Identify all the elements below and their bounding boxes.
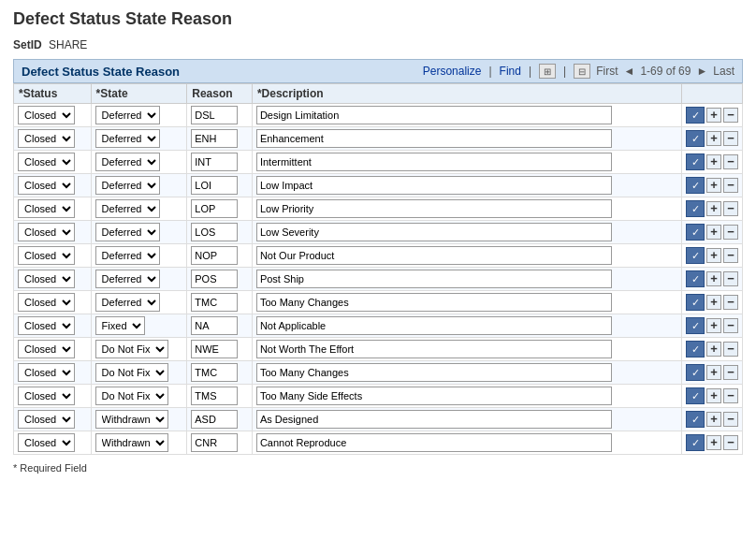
reason-input[interactable] [191, 270, 238, 288]
nav-prev-icon[interactable]: ◄ [623, 65, 634, 78]
state-select[interactable]: Deferred [95, 153, 160, 171]
remove-row-button[interactable]: − [723, 342, 738, 357]
description-input[interactable] [256, 176, 612, 195]
state-select[interactable]: Deferred [95, 199, 160, 218]
remove-row-button[interactable]: − [723, 178, 738, 193]
remove-row-button[interactable]: − [723, 412, 738, 427]
add-row-button[interactable]: + [706, 178, 721, 193]
state-select[interactable]: Deferred [95, 176, 160, 195]
view-icon[interactable]: ⊞ [539, 64, 556, 79]
nav-next-icon[interactable]: ► [696, 65, 707, 78]
status-select[interactable]: Closed [18, 106, 75, 124]
description-input[interactable] [256, 223, 612, 241]
personalize-link[interactable]: Personalize [423, 65, 482, 78]
state-select[interactable]: Deferred [95, 106, 160, 124]
remove-row-button[interactable]: − [723, 154, 738, 169]
row-check-icon[interactable]: ✓ [686, 294, 705, 311]
status-select[interactable]: Closed [18, 246, 75, 265]
description-input[interactable] [256, 410, 612, 429]
remove-row-button[interactable]: − [723, 108, 738, 123]
row-check-icon[interactable]: ✓ [686, 270, 705, 287]
description-input[interactable] [256, 433, 612, 452]
remove-row-button[interactable]: − [723, 295, 738, 310]
add-row-button[interactable]: + [706, 365, 721, 380]
status-select[interactable]: Closed [18, 176, 75, 195]
description-input[interactable] [256, 363, 612, 382]
add-row-button[interactable]: + [706, 342, 721, 357]
reason-input[interactable] [191, 433, 238, 452]
state-select[interactable]: Fixed [95, 316, 145, 335]
row-check-icon[interactable]: ✓ [686, 130, 705, 147]
row-check-icon[interactable]: ✓ [686, 107, 705, 124]
remove-row-button[interactable]: − [723, 201, 738, 216]
row-check-icon[interactable]: ✓ [686, 177, 705, 194]
reason-input[interactable] [191, 316, 238, 335]
add-row-button[interactable]: + [706, 271, 721, 286]
status-select[interactable]: Closed [18, 340, 75, 358]
row-check-icon[interactable]: ✓ [686, 341, 705, 358]
row-check-icon[interactable]: ✓ [686, 411, 705, 428]
reason-input[interactable] [191, 176, 238, 195]
add-row-button[interactable]: + [706, 318, 721, 333]
reason-input[interactable] [191, 129, 238, 148]
nav-first[interactable]: First [596, 65, 618, 78]
reason-input[interactable] [191, 387, 238, 405]
description-input[interactable] [256, 293, 612, 312]
state-select[interactable]: Deferred [95, 293, 160, 312]
add-row-button[interactable]: + [706, 388, 721, 403]
state-select[interactable]: Do Not Fix [95, 363, 168, 382]
row-check-icon[interactable]: ✓ [686, 153, 705, 170]
row-check-icon[interactable]: ✓ [686, 247, 705, 264]
reason-input[interactable] [191, 199, 238, 218]
export-icon[interactable]: ⊟ [574, 64, 590, 79]
reason-input[interactable] [191, 106, 238, 124]
status-select[interactable]: Closed [18, 363, 75, 382]
state-select[interactable]: Deferred [95, 129, 160, 148]
status-select[interactable]: Closed [18, 199, 75, 218]
state-select[interactable]: Do Not Fix [95, 340, 168, 358]
state-select[interactable]: Withdrawn [95, 433, 168, 452]
description-input[interactable] [256, 270, 612, 288]
add-row-button[interactable]: + [706, 248, 721, 263]
row-check-icon[interactable]: ✓ [686, 364, 705, 381]
find-link[interactable]: Find [500, 65, 521, 78]
reason-input[interactable] [191, 246, 238, 265]
status-select[interactable]: Closed [18, 153, 75, 171]
add-row-button[interactable]: + [706, 225, 721, 240]
state-select[interactable]: Do Not Fix [95, 387, 168, 405]
add-row-button[interactable]: + [706, 154, 721, 169]
reason-input[interactable] [191, 340, 238, 358]
add-row-button[interactable]: + [706, 295, 721, 310]
description-input[interactable] [256, 106, 612, 124]
status-select[interactable]: Closed [18, 223, 75, 241]
state-select[interactable]: Withdrawn [95, 410, 168, 429]
reason-input[interactable] [191, 223, 238, 241]
nav-last[interactable]: Last [713, 65, 734, 78]
description-input[interactable] [256, 340, 612, 358]
add-row-button[interactable]: + [706, 201, 721, 216]
row-check-icon[interactable]: ✓ [686, 387, 705, 404]
description-input[interactable] [256, 387, 612, 405]
description-input[interactable] [256, 246, 612, 265]
status-select[interactable]: Closed [18, 387, 75, 405]
add-row-button[interactable]: + [706, 435, 721, 450]
state-select[interactable]: Deferred [95, 223, 160, 241]
description-input[interactable] [256, 316, 612, 335]
state-select[interactable]: Deferred [95, 270, 160, 288]
row-check-icon[interactable]: ✓ [686, 317, 705, 334]
status-select[interactable]: Closed [18, 270, 75, 288]
add-row-button[interactable]: + [706, 108, 721, 123]
reason-input[interactable] [191, 363, 238, 382]
reason-input[interactable] [191, 153, 238, 171]
remove-row-button[interactable]: − [723, 131, 738, 146]
description-input[interactable] [256, 129, 612, 148]
row-check-icon[interactable]: ✓ [686, 224, 705, 241]
status-select[interactable]: Closed [18, 410, 75, 429]
remove-row-button[interactable]: − [723, 388, 738, 403]
description-input[interactable] [256, 199, 612, 218]
row-check-icon[interactable]: ✓ [686, 434, 705, 451]
status-select[interactable]: Closed [18, 129, 75, 148]
remove-row-button[interactable]: − [723, 225, 738, 240]
remove-row-button[interactable]: − [723, 248, 738, 263]
remove-row-button[interactable]: − [723, 365, 738, 380]
